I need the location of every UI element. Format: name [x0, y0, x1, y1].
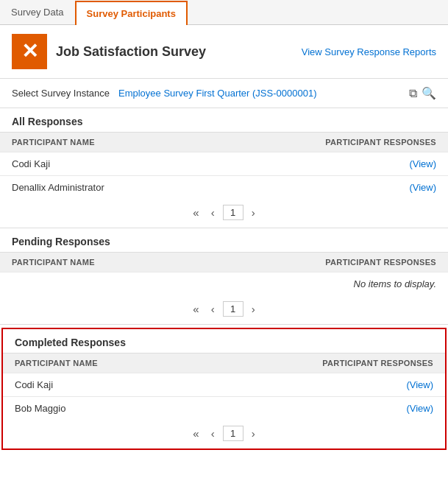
- completed-next-page-btn[interactable]: ›: [248, 426, 259, 441]
- tab-survey-data[interactable]: Survey Data: [0, 0, 75, 24]
- all-responses-section: All Responses PARTICIPANT NAME PARTICIPA…: [0, 108, 448, 228]
- instance-row: Select Survey Instance Employee Survey F…: [0, 79, 448, 108]
- pending-no-items-text: No items to display.: [0, 272, 448, 296]
- header-left: ✕ Job Satisfaction Survey: [12, 34, 206, 69]
- all-page-number: 1: [223, 205, 243, 220]
- table-row: Codi Kaji (View): [0, 152, 448, 176]
- completed-col-responses: PARTICIPANT RESPONSES: [199, 353, 445, 373]
- completed-responses-section: Completed Responses PARTICIPANT NAME PAR…: [1, 328, 447, 450]
- pending-first-page-btn[interactable]: «: [189, 301, 202, 317]
- completed-prev-page-btn[interactable]: ‹: [207, 426, 218, 441]
- participant-name: Codi Kaji: [0, 152, 207, 176]
- view-response-link-cell: (View): [199, 397, 445, 421]
- copy-icon[interactable]: ⧉: [409, 87, 417, 100]
- survey-title: Job Satisfaction Survey: [56, 44, 206, 60]
- pending-responses-table: PARTICIPANT NAME PARTICIPANT RESPONSES N…: [0, 252, 448, 295]
- all-first-page-btn[interactable]: «: [189, 205, 202, 220]
- logo-box: ✕: [12, 34, 47, 69]
- pending-responses-section: Pending Responses PARTICIPANT NAME PARTI…: [0, 228, 448, 325]
- all-responses-title: All Responses: [0, 108, 448, 132]
- view-response-link[interactable]: (View): [409, 182, 436, 193]
- view-response-link[interactable]: (View): [406, 379, 433, 390]
- all-prev-page-btn[interactable]: ‹: [207, 205, 218, 220]
- completed-responses-table: PARTICIPANT NAME PARTICIPANT RESPONSES C…: [3, 353, 445, 420]
- view-response-link[interactable]: (View): [409, 158, 436, 169]
- pending-responses-pagination: « ‹ 1 ›: [0, 295, 448, 324]
- all-col-name: PARTICIPANT NAME: [0, 133, 207, 152]
- instance-icons: ⧉ 🔍: [409, 86, 436, 100]
- pending-col-name: PARTICIPANT NAME: [0, 253, 198, 272]
- table-row: Bob Maggio (View): [3, 397, 445, 421]
- instance-label: Select Survey Instance: [12, 88, 110, 99]
- all-responses-pagination: « ‹ 1 ›: [0, 199, 448, 228]
- participant-name: Denallix Administrator: [0, 176, 207, 200]
- tab-bar: Survey Data Survey Participants: [0, 0, 448, 25]
- completed-responses-title: Completed Responses: [3, 329, 445, 353]
- view-response-link-cell: (View): [207, 176, 448, 200]
- completed-first-page-btn[interactable]: «: [189, 426, 202, 441]
- all-col-responses: PARTICIPANT RESPONSES: [207, 133, 448, 152]
- view-reports-link[interactable]: View Survey Response Reports: [302, 46, 436, 57]
- pending-prev-page-btn[interactable]: ‹: [207, 301, 218, 317]
- pending-col-responses: PARTICIPANT RESPONSES: [198, 253, 448, 272]
- completed-responses-pagination: « ‹ 1 ›: [3, 420, 445, 448]
- participant-name: Bob Maggio: [3, 397, 199, 421]
- instance-value[interactable]: Employee Survey First Quarter (JSS-00000…: [118, 88, 400, 99]
- table-row: Denallix Administrator (View): [0, 176, 448, 200]
- search-icon[interactable]: 🔍: [422, 86, 436, 100]
- all-responses-table: PARTICIPANT NAME PARTICIPANT RESPONSES C…: [0, 132, 448, 199]
- pending-page-number: 1: [223, 301, 243, 317]
- view-response-link-cell: (View): [207, 152, 448, 176]
- pending-no-items-row: No items to display.: [0, 272, 448, 296]
- completed-col-name: PARTICIPANT NAME: [3, 353, 199, 373]
- view-response-link[interactable]: (View): [406, 403, 433, 414]
- view-response-link-cell: (View): [199, 373, 445, 397]
- pending-responses-title: Pending Responses: [0, 228, 448, 252]
- logo-icon: ✕: [21, 41, 38, 62]
- pending-next-page-btn[interactable]: ›: [248, 301, 259, 317]
- tab-survey-participants[interactable]: Survey Participants: [75, 1, 188, 25]
- page-header: ✕ Job Satisfaction Survey View Survey Re…: [0, 25, 448, 79]
- completed-page-number: 1: [223, 426, 243, 441]
- all-next-page-btn[interactable]: ›: [248, 205, 259, 220]
- participant-name: Codi Kaji: [3, 373, 199, 397]
- table-row: Codi Kaji (View): [3, 373, 445, 397]
